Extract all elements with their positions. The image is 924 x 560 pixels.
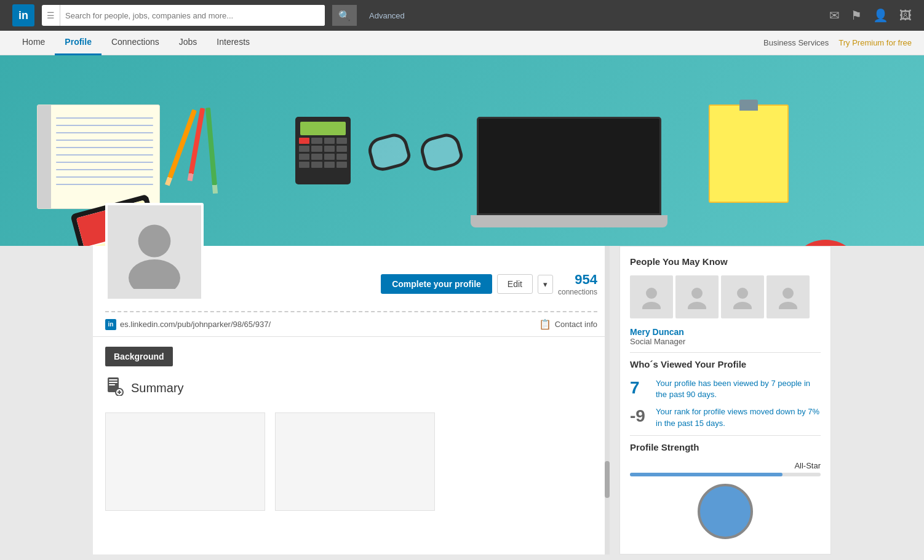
people-avatars-row [630,275,821,318]
profile-url-text: es.linkedin.com/pub/johnparker/98/65/937… [120,320,271,329]
viewed-row-2: -9 Your rank for profile views moved dow… [630,406,821,428]
person-name[interactable]: Mery Duncan [630,327,821,337]
photo-icon[interactable]: 🖼 [899,9,912,23]
connections-label: connections [558,288,597,296]
people-you-may-know-widget: People You May Know Mery Duncan Social M… [619,246,831,554]
flag-icon[interactable]: ⚑ [851,8,862,23]
strength-bar-fill [630,473,783,476]
calc-buttons [295,138,351,168]
search-button[interactable]: 🔍 [332,5,357,26]
svg-point-0 [138,225,171,258]
laptop-base [471,215,667,227]
nav-item-connections[interactable]: Connections [102,31,169,55]
profile-actions: Complete your profile Edit ▾ 954 connect… [381,272,597,301]
media-box-1 [105,412,265,511]
viewed-description: Your profile has been viewed by 7 people… [656,378,821,400]
svg-point-11 [691,288,703,299]
desk-mousepad [789,240,862,246]
profile-photo-container [105,203,204,301]
calc-screen [300,122,346,135]
contact-info-icon: 📋 [539,318,551,330]
glasses-frame [369,135,480,169]
person-job-title: Social Manager [630,337,821,346]
search-input[interactable] [60,5,325,26]
glasses-lens-right [418,131,465,174]
right-column: People You May Know Mery Duncan Social M… [619,246,831,554]
edit-button[interactable]: Edit [497,274,533,294]
desk-laptop [468,117,671,240]
person-avatar-1 [630,275,673,318]
person-avatar-3 [721,275,764,318]
search-bar[interactable]: ☰ [42,5,325,26]
widget-divider-1 [630,352,821,353]
linkedin-logo: in [12,4,34,26]
nav-item-profile[interactable]: Profile [55,31,102,55]
complete-profile-button[interactable]: Complete your profile [381,274,492,294]
summary-icon [105,376,125,400]
rank-description: Your rank for profile views moved down b… [656,406,821,428]
media-box-2 [275,412,435,511]
linkedin-small-icon: in [105,319,116,330]
top-bar: in ☰ 🔍 Advanced ✉ ⚑ 👤 🖼 [0,0,924,31]
svg-point-9 [646,288,657,299]
pencil-green [205,108,218,194]
profile-avatar-svg [117,215,191,289]
dropdown-button[interactable]: ▾ [538,275,553,294]
clipboard-clip [739,100,758,111]
contact-info-label: Contact info [555,320,597,329]
svg-point-16 [779,302,797,309]
top-bar-icons: ✉ ⚑ 👤 🖼 [829,8,912,23]
person-icon[interactable]: 👤 [873,8,888,23]
connections-count: 954 connections [558,272,597,296]
svg-rect-4 [109,382,117,383]
svg-point-12 [688,302,706,309]
svg-point-13 [737,288,748,299]
business-services-link[interactable]: Business Services [763,38,829,47]
background-header: Background [105,347,173,366]
desk-notebook [37,105,160,209]
menu-icon: ☰ [42,5,60,26]
svg-rect-5 [109,384,115,385]
svg-point-1 [129,259,180,289]
profile-photo [105,203,204,301]
contact-info-link[interactable]: 📋 Contact info [539,318,597,330]
viewed-count: 7 [630,378,650,398]
profile-strength-title: Profile Strength [630,442,821,452]
desk-calculator [295,117,351,184]
premium-link[interactable]: Try Premium for free [838,38,912,47]
laptop-screen [477,117,661,215]
notebook-spine [38,105,51,208]
people-you-may-know-title: People You May Know [630,256,821,267]
viewed-row-1: 7 Your profile has been viewed by 7 peop… [630,378,821,400]
background-section: Background Summary [93,337,610,521]
svg-rect-3 [109,379,117,381]
svg-point-15 [783,288,794,299]
secondary-nav: Home Profile Connections Jobs Interests … [0,31,924,55]
allstar-label: All-Star [630,461,821,470]
nav-item-home[interactable]: Home [12,31,55,55]
nav-items-left: Home Profile Connections Jobs Interests [12,31,260,55]
profile-header: Complete your profile Edit ▾ 954 connect… [93,246,610,311]
profile-url-bar: in es.linkedin.com/pub/johnparker/98/65/… [93,312,610,337]
connections-number: 954 [558,272,597,288]
person-avatar-4 [767,275,810,318]
nav-item-jobs[interactable]: Jobs [169,31,207,55]
nav-item-interests[interactable]: Interests [207,31,260,55]
svg-point-14 [733,302,752,309]
profile-scrollbar[interactable] [605,246,610,554]
summary-row: Summary [105,376,597,400]
advanced-link[interactable]: Advanced [369,11,405,20]
who-viewed-section: Who´s Viewed Your Profile 7 Your profile… [630,359,821,429]
desk-clipboard [709,105,789,203]
profile-scroll-thumb[interactable] [605,461,610,498]
strength-bar-background [630,473,821,476]
notebook-lines [56,117,153,185]
summary-doc-icon [105,376,125,396]
email-icon[interactable]: ✉ [829,8,840,23]
nav-items-right: Business Services Try Premium for free [763,38,912,47]
strength-circle [698,484,753,539]
rank-change: -9 [630,406,650,426]
profile-column: Complete your profile Edit ▾ 954 connect… [93,246,610,554]
profile-url[interactable]: in es.linkedin.com/pub/johnparker/98/65/… [105,319,271,330]
person-avatar-2 [675,275,719,318]
